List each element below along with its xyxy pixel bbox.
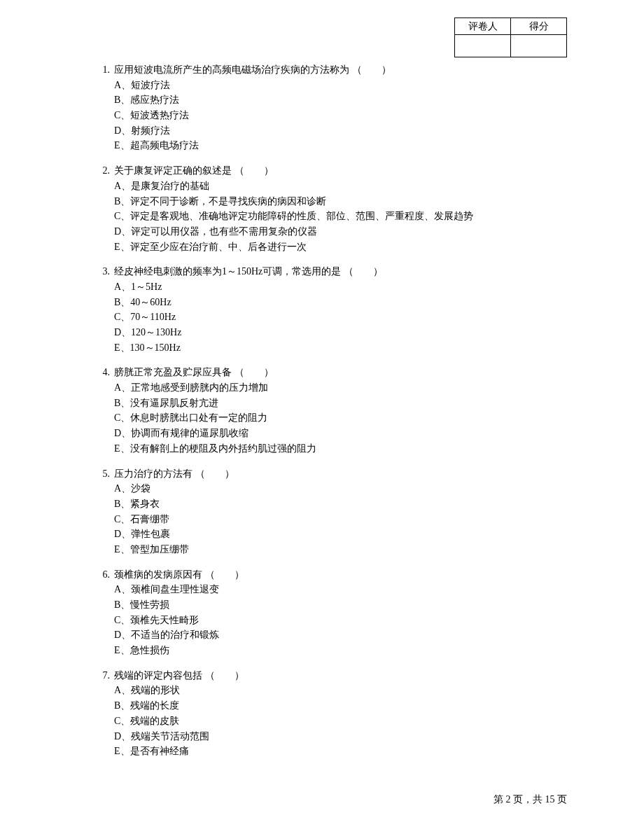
question-number: 2. xyxy=(94,163,114,179)
question-stem: 6.颈椎病的发病原因有 （ ） xyxy=(94,567,567,583)
question-stem: 7.残端的评定内容包括 （ ） xyxy=(94,668,567,683)
options-list: A、是康复治疗的基础B、评定不同于诊断，不是寻找疾病的病因和诊断C、评定是客观地… xyxy=(94,179,567,254)
option: A、颈椎间盘生理性退变 xyxy=(114,582,567,597)
option: E、急性损伤 xyxy=(114,643,567,658)
question-number: 6. xyxy=(94,567,114,583)
option: A、短波疗法 xyxy=(114,78,567,93)
question-text: 压力治疗的方法有 （ ） xyxy=(114,466,567,482)
question-number: 1. xyxy=(94,62,114,78)
question-number: 7. xyxy=(94,668,114,683)
option: E、没有解剖上的梗阻及内外括约肌过强的阻力 xyxy=(114,441,567,457)
question-text: 残端的评定内容包括 （ ） xyxy=(114,668,567,683)
grader-header: 评卷人 xyxy=(455,18,511,35)
option: C、休息时膀胱出口处有一定的阻力 xyxy=(114,410,567,426)
question: 1.应用短波电流所产生的高频电磁场治疗疾病的方法称为 （ ）A、短波疗法B、感应… xyxy=(94,62,567,153)
option: C、石膏绷带 xyxy=(114,512,567,527)
questions-list: 1.应用短波电流所产生的高频电磁场治疗疾病的方法称为 （ ）A、短波疗法B、感应… xyxy=(94,62,567,759)
options-list: A、正常地感受到膀胱内的压力增加B、没有逼尿肌反射亢进C、休息时膀胱出口处有一定… xyxy=(94,380,567,456)
question-stem: 2.关于康复评定正确的叙述是 （ ） xyxy=(94,163,567,179)
option: D、射频疗法 xyxy=(114,123,567,139)
question-number: 5. xyxy=(94,466,114,482)
question-text: 应用短波电流所产生的高频电磁场治疗疾病的方法称为 （ ） xyxy=(114,62,567,78)
question: 7.残端的评定内容包括 （ ）A、残端的形状B、残端的长度C、残端的皮肤D、残端… xyxy=(94,668,567,759)
option: D、残端关节活动范围 xyxy=(114,729,567,744)
option: C、颈椎先天性畸形 xyxy=(114,613,567,628)
question: 6.颈椎病的发病原因有 （ ）A、颈椎间盘生理性退变B、慢性劳损C、颈椎先天性畸… xyxy=(94,567,567,658)
score-value xyxy=(511,35,567,57)
question-text: 关于康复评定正确的叙述是 （ ） xyxy=(114,163,567,179)
options-list: A、沙袋B、紧身衣C、石膏绷带D、弹性包裹E、管型加压绷带 xyxy=(94,481,567,557)
options-list: A、残端的形状B、残端的长度C、残端的皮肤D、残端关节活动范围E、是否有神经痛 xyxy=(94,683,567,758)
option: A、正常地感受到膀胱内的压力增加 xyxy=(114,380,567,396)
page-footer: 第 2 页，共 15 页 xyxy=(493,793,567,806)
option: B、感应热疗法 xyxy=(114,92,567,108)
options-list: A、短波疗法B、感应热疗法C、短波透热疗法D、射频疗法E、超高频电场疗法 xyxy=(94,78,567,153)
option: A、是康复治疗的基础 xyxy=(114,179,567,194)
question: 3.经皮神经电刺激的频率为1～150Hz可调，常选用的是 （ ）A、1～5HzB… xyxy=(94,264,567,355)
option: E、评定至少应在治疗前、中、后各进行一次 xyxy=(114,239,567,255)
question-number: 4. xyxy=(94,365,114,380)
score-header: 得分 xyxy=(511,18,567,35)
option: B、没有逼尿肌反射亢进 xyxy=(114,396,567,411)
option: B、慢性劳损 xyxy=(114,597,567,613)
option: C、残端的皮肤 xyxy=(114,714,567,729)
option: D、120～130Hz xyxy=(114,325,567,340)
grader-value xyxy=(455,35,511,57)
option: D、弹性包裹 xyxy=(114,527,567,542)
option: E、130～150Hz xyxy=(114,340,567,356)
option: D、协调而有规律的逼尿肌收缩 xyxy=(114,426,567,441)
option: C、评定是客观地、准确地评定功能障碍的性质、部位、范围、严重程度、发展趋势 xyxy=(114,209,567,224)
options-list: A、颈椎间盘生理性退变B、慢性劳损C、颈椎先天性畸形D、不适当的治疗和锻炼E、急… xyxy=(94,582,567,658)
option: E、是否有神经痛 xyxy=(114,744,567,759)
option: B、紧身衣 xyxy=(114,496,567,512)
question-number: 3. xyxy=(94,264,114,279)
question-text: 经皮神经电刺激的频率为1～150Hz可调，常选用的是 （ ） xyxy=(114,264,567,279)
question-stem: 4.膀胱正常充盈及贮尿应具备 （ ） xyxy=(94,365,567,380)
option: D、评定可以用仪器，也有些不需用复杂的仪器 xyxy=(114,224,567,239)
question-stem: 1.应用短波电流所产生的高频电磁场治疗疾病的方法称为 （ ） xyxy=(94,62,567,78)
option: A、沙袋 xyxy=(114,481,567,496)
option: B、评定不同于诊断，不是寻找疾病的病因和诊断 xyxy=(114,194,567,209)
option: A、1～5Hz xyxy=(114,279,567,295)
option: B、残端的长度 xyxy=(114,698,567,714)
option: E、管型加压绷带 xyxy=(114,542,567,557)
question-text: 膀胱正常充盈及贮尿应具备 （ ） xyxy=(114,365,567,380)
question-stem: 3.经皮神经电刺激的频率为1～150Hz可调，常选用的是 （ ） xyxy=(94,264,567,279)
option: A、残端的形状 xyxy=(114,683,567,698)
option: C、短波透热疗法 xyxy=(114,108,567,123)
question-text: 颈椎病的发病原因有 （ ） xyxy=(114,567,567,583)
option: C、70～110Hz xyxy=(114,310,567,325)
question: 5.压力治疗的方法有 （ ）A、沙袋B、紧身衣C、石膏绷带D、弹性包裹E、管型加… xyxy=(94,466,567,557)
option: B、40～60Hz xyxy=(114,295,567,310)
option: E、超高频电场疗法 xyxy=(114,138,567,153)
options-list: A、1～5HzB、40～60HzC、70～110HzD、120～130HzE、1… xyxy=(94,279,567,355)
question: 2.关于康复评定正确的叙述是 （ ）A、是康复治疗的基础B、评定不同于诊断，不是… xyxy=(94,163,567,254)
score-box: 评卷人 得分 xyxy=(454,18,567,57)
option: D、不适当的治疗和锻炼 xyxy=(114,627,567,643)
question: 4.膀胱正常充盈及贮尿应具备 （ ）A、正常地感受到膀胱内的压力增加B、没有逼尿… xyxy=(94,365,567,456)
question-stem: 5.压力治疗的方法有 （ ） xyxy=(94,466,567,482)
